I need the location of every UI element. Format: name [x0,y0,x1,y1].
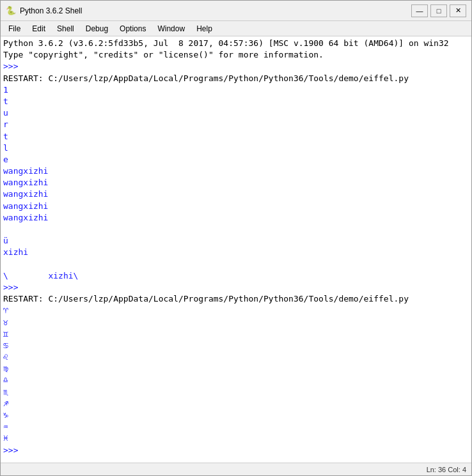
title-bar: 🐍 Python 3.6.2 Shell — □ ✕ [1,1,471,21]
menu-options[interactable]: Options [114,23,151,35]
maximize-button[interactable]: □ [430,4,447,17]
title-bar-controls: — □ ✕ [411,4,466,17]
menu-shell[interactable]: Shell [52,23,79,35]
menu-bar: File Edit Shell Debug Options Window Hel… [1,21,471,36]
close-button[interactable]: ✕ [450,4,466,17]
status-bar: Ln: 36 Col: 4 [1,463,471,475]
python-icon: 🐍 [6,6,16,16]
shell-text: Python 3.6.2 (v3.6.2:5fd33b5, Jul 8 2017… [3,38,469,456]
title-bar-left: 🐍 Python 3.6.2 Shell [6,6,82,16]
menu-debug[interactable]: Debug [81,23,113,35]
menu-file[interactable]: File [3,23,26,35]
minimize-button[interactable]: — [411,4,428,17]
menu-window[interactable]: Window [152,23,190,35]
cursor-position: Ln: 36 Col: 4 [427,466,466,473]
window-title: Python 3.6.2 Shell [20,6,82,15]
menu-edit[interactable]: Edit [27,23,51,35]
menu-help[interactable]: Help [191,23,217,35]
shell-output[interactable]: Python 3.6.2 (v3.6.2:5fd33b5, Jul 8 2017… [1,36,471,463]
